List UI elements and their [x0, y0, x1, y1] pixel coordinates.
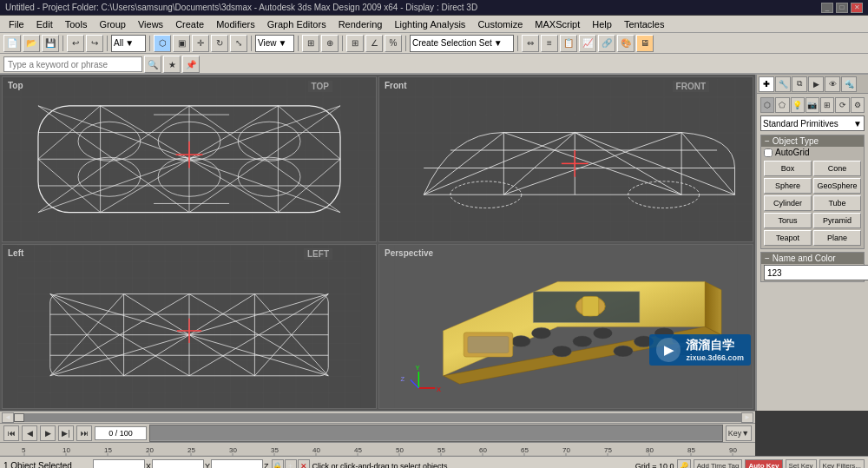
key-filters-button[interactable]: Key Filters...: [819, 459, 865, 469]
search-input[interactable]: [8, 60, 138, 69]
frame-range-display[interactable]: 0 / 100: [95, 426, 147, 440]
curve-editor-button[interactable]: 📈: [579, 35, 596, 52]
pyramid-button[interactable]: Pyramid: [813, 213, 861, 228]
modify-tab[interactable]: 🔧: [775, 76, 791, 92]
key-mode-button[interactable]: Key▼: [726, 425, 752, 441]
align-button[interactable]: ≡: [541, 35, 558, 52]
key-icon-button[interactable]: 🔑: [677, 459, 691, 469]
box-button[interactable]: Box: [764, 161, 812, 176]
auto-key-button[interactable]: Auto Key: [745, 459, 782, 469]
spacewarps-subtab[interactable]: ⟳: [835, 97, 849, 113]
menu-item-graph-editors[interactable]: Graph Editors: [262, 16, 332, 32]
helpers-subtab[interactable]: ⊞: [820, 97, 834, 113]
move-button[interactable]: ✛: [192, 35, 209, 52]
timeline-track[interactable]: [149, 425, 723, 442]
pin-button[interactable]: ★: [163, 56, 181, 73]
minimize-button[interactable]: _: [821, 3, 833, 13]
snap-button[interactable]: ⊞: [346, 35, 364, 52]
viewport-front[interactable]: Front FRONT: [378, 76, 753, 242]
all-dropdown[interactable]: All ▼: [111, 35, 146, 52]
menu-item-create[interactable]: Create: [170, 16, 209, 32]
viewport-top[interactable]: Top TOP: [2, 76, 377, 242]
new-button[interactable]: 📄: [3, 35, 21, 52]
systems-subtab[interactable]: ⚙: [851, 97, 865, 113]
scale-button[interactable]: ⤡: [230, 35, 247, 52]
rotate-button[interactable]: ↻: [211, 35, 228, 52]
menu-item-customize[interactable]: Customize: [472, 16, 528, 32]
display-tab[interactable]: 👁: [825, 76, 840, 92]
timeline-start-button[interactable]: ⏮: [3, 425, 19, 441]
cylinder-button[interactable]: Cylinder: [764, 195, 812, 211]
ref-coord-button[interactable]: ⊞: [302, 35, 319, 52]
open-button[interactable]: 📂: [23, 35, 40, 52]
angle-snap-button[interactable]: ∠: [365, 35, 383, 52]
sphere-button[interactable]: Sphere: [764, 178, 812, 194]
autogrid-checkbox[interactable]: [764, 148, 773, 157]
object-name-input[interactable]: [764, 265, 868, 280]
menu-item-modifiers[interactable]: Modifiers: [211, 16, 260, 32]
select-region-button[interactable]: ▣: [173, 35, 190, 52]
motion-tab[interactable]: ▶: [808, 76, 824, 92]
create-tab[interactable]: ✚: [759, 76, 774, 92]
set-key-button[interactable]: Set Key: [786, 459, 817, 469]
undo-button[interactable]: ↩: [67, 35, 84, 52]
scroll-right-button[interactable]: ►: [741, 412, 753, 423]
search-button[interactable]: 🔍: [144, 56, 161, 73]
geosphere-button[interactable]: GeoSphere: [813, 178, 861, 194]
timeline-end-button[interactable]: ⏭: [76, 425, 92, 441]
menu-item-help[interactable]: Help: [587, 16, 617, 32]
selection-set-dropdown[interactable]: Create Selection Set ▼: [410, 35, 514, 52]
primitives-dropdown[interactable]: Standard Primitives ▼: [760, 115, 865, 131]
bookmark-button[interactable]: 📌: [182, 56, 200, 73]
view-dropdown[interactable]: View ▼: [255, 35, 294, 52]
menu-item-group[interactable]: Group: [94, 16, 131, 32]
lights-subtab[interactable]: 💡: [791, 97, 805, 113]
material-editor-button[interactable]: 🎨: [617, 35, 635, 52]
geometry-subtab[interactable]: ⬡: [760, 97, 774, 113]
maximize-button[interactable]: □: [836, 3, 848, 13]
utilities-tab[interactable]: 🔩: [841, 76, 857, 92]
menu-item-tentacles[interactable]: Tentacles: [619, 16, 669, 32]
menu-item-maxscript[interactable]: MAXScript: [529, 16, 585, 32]
menu-item-lighting-analysis[interactable]: Lighting Analysis: [389, 16, 470, 32]
cameras-subtab[interactable]: 📷: [806, 97, 819, 113]
menu-item-file[interactable]: File: [3, 16, 30, 32]
percent-snap-button[interactable]: %: [385, 35, 402, 52]
lock-icon-button[interactable]: 🔒: [272, 459, 284, 469]
object-type-header[interactable]: − Object Type: [761, 135, 864, 147]
close-button[interactable]: ✕: [851, 3, 863, 13]
scroll-left-button[interactable]: ◄: [2, 412, 14, 423]
save-button[interactable]: 💾: [42, 35, 59, 52]
cone-button[interactable]: Cone: [813, 161, 861, 176]
delete-button[interactable]: ✕: [298, 459, 310, 469]
torus-button[interactable]: Torus: [764, 213, 812, 228]
tube-button[interactable]: Tube: [813, 195, 861, 211]
timeline-prev-button[interactable]: ◀: [22, 425, 37, 441]
layer-button[interactable]: 📋: [560, 35, 577, 52]
mirror-button[interactable]: ⇔: [522, 35, 539, 52]
timeline-play-button[interactable]: ▶: [40, 425, 56, 441]
add-time-tag-button[interactable]: Add Time Tag: [694, 459, 743, 469]
menu-item-tools[interactable]: Tools: [60, 16, 93, 32]
viewport-perspective[interactable]: Perspective: [378, 244, 753, 410]
status-x-input[interactable]: [93, 459, 145, 469]
shapes-subtab[interactable]: ⬠: [775, 97, 789, 113]
menu-item-edit[interactable]: Edit: [31, 16, 58, 32]
pivot-button[interactable]: ⊕: [321, 35, 339, 52]
teapot-button[interactable]: Teapot: [764, 230, 812, 246]
scroll-track[interactable]: [14, 413, 741, 422]
hierarchy-tab[interactable]: ⧉: [792, 76, 807, 92]
scroll-thumb[interactable]: [14, 413, 24, 422]
menu-item-rendering[interactable]: Rendering: [333, 16, 388, 32]
redo-button[interactable]: ↪: [86, 35, 103, 52]
menu-item-views[interactable]: Views: [133, 16, 168, 32]
select-button[interactable]: ⬡: [154, 35, 171, 52]
status-z-input[interactable]: [211, 459, 263, 469]
schematic-button[interactable]: 🔗: [598, 35, 615, 52]
name-color-header[interactable]: − Name and Color: [761, 253, 864, 264]
status-y-input[interactable]: [152, 459, 204, 469]
timeline-next-button[interactable]: ▶|: [58, 425, 74, 441]
plane-button[interactable]: Plane: [813, 230, 861, 246]
render-button[interactable]: 🖥: [636, 35, 654, 52]
viewport-left[interactable]: Left LEFT: [2, 244, 377, 410]
